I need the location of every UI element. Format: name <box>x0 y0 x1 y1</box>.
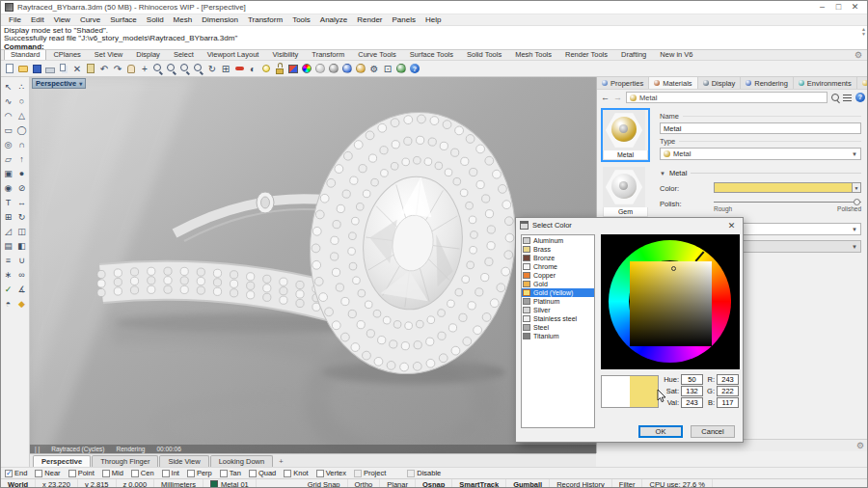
osnap-toggle[interactable]: Vertex <box>316 469 346 477</box>
Steel[interactable]: Steel <box>522 323 594 332</box>
viewport-title[interactable]: Perspective ▾ <box>32 78 86 89</box>
help-icon[interactable] <box>408 62 421 75</box>
slider-handle[interactable] <box>854 199 860 205</box>
Platinum[interactable]: Platinum <box>522 297 594 306</box>
group-icon[interactable]: ∪ <box>15 253 28 267</box>
lock-icon[interactable] <box>273 62 286 75</box>
osnap-toggle[interactable]: Disable <box>407 469 441 477</box>
menu-item[interactable]: Render <box>352 15 387 24</box>
pause-icon[interactable]: | | <box>35 446 40 452</box>
rendered-viewport-icon[interactable] <box>327 62 340 75</box>
tab-materials[interactable]: Materials <box>649 77 697 89</box>
render-preview-icon[interactable]: ◓ <box>2 296 14 311</box>
panel-options-gear-icon[interactable]: ⚙ <box>854 50 864 60</box>
menu-item[interactable]: Surface <box>105 15 142 24</box>
checkbox[interactable] <box>407 470 415 477</box>
viewport-tab[interactable]: Looking Down <box>210 455 274 467</box>
trim-icon[interactable]: ⊘ <box>15 180 28 195</box>
viewport-perspective[interactable]: Perspective ▾ | | Raytraced (Cycles) Ren… <box>30 77 596 453</box>
osnap-toggle[interactable]: Knot <box>284 469 308 477</box>
Gold[interactable]: Gold <box>522 280 594 288</box>
gear-icon[interactable]: ⚙ <box>367 62 381 75</box>
Titanium[interactable]: Titanium <box>522 332 594 340</box>
hide-objects-icon[interactable] <box>232 62 246 75</box>
material-color-swatch[interactable] <box>714 182 853 193</box>
delete-icon[interactable]: ✕ <box>70 62 84 75</box>
curve-icon[interactable]: ∿ <box>2 94 14 108</box>
command-history[interactable]: Display mode set to "Shaded". Successful… <box>1 26 867 50</box>
offset-icon[interactable]: ◎ <box>2 137 14 151</box>
osnap-toggle[interactable]: Mid <box>102 469 123 477</box>
minimize-icon[interactable]: – <box>814 1 830 14</box>
status-item[interactable]: Planar <box>380 479 416 488</box>
color-wheel[interactable] <box>601 234 740 369</box>
layers-icon[interactable]: ≡ <box>2 253 14 267</box>
cancel-button[interactable]: Cancel <box>691 425 735 438</box>
command-prompt[interactable]: Command: <box>4 43 857 51</box>
checkbox[interactable] <box>249 470 257 477</box>
Copper[interactable]: Copper <box>522 271 594 280</box>
tab-layers[interactable]: Layers <box>857 77 868 89</box>
status-item[interactable]: Osnap <box>416 479 452 488</box>
move-icon[interactable]: + <box>138 62 151 75</box>
menu-item[interactable]: Transform <box>243 15 287 24</box>
status-item[interactable]: Grid Snap <box>301 479 348 488</box>
osnap-toggle[interactable]: Quad <box>249 469 276 477</box>
gear-icon[interactable]: ⚙ <box>856 441 864 450</box>
command-scrollbar[interactable]: ▲ ▼ <box>861 27 866 37</box>
viewport-tab[interactable]: Perspective <box>33 455 91 467</box>
color-value-input[interactable] <box>681 374 703 385</box>
status-item[interactable]: Record History <box>550 479 612 488</box>
mirror-icon[interactable]: ◫ <box>15 224 28 238</box>
osnap-toggle[interactable]: Tan <box>220 469 241 477</box>
tab-display[interactable]: Display <box>698 77 742 89</box>
close-icon[interactable]: ✕ <box>847 1 863 14</box>
menu-item[interactable]: Panels <box>388 15 420 24</box>
fillet-icon[interactable]: ∩ <box>15 137 28 151</box>
checkbox[interactable] <box>284 470 291 477</box>
array-icon[interactable]: ⊞ <box>2 209 14 224</box>
checkbox[interactable] <box>68 470 76 477</box>
render-icon[interactable] <box>286 62 300 75</box>
color-value-input[interactable] <box>717 397 739 408</box>
rectangle-icon[interactable]: ▭ <box>2 122 14 137</box>
visibility-icon[interactable]: ◐ <box>246 62 259 75</box>
select-icon[interactable]: ↖ <box>2 79 14 94</box>
copy-icon[interactable] <box>57 62 70 75</box>
osnap-toggle[interactable]: Perp <box>187 469 212 477</box>
close-icon[interactable]: ✕ <box>724 221 739 230</box>
sphere-icon[interactable]: ● <box>15 166 28 180</box>
pan-icon[interactable] <box>124 62 138 75</box>
shaded-viewport-icon[interactable] <box>313 62 327 75</box>
status-item[interactable]: z 0.000 <box>117 479 155 488</box>
checkbox[interactable] <box>220 470 228 477</box>
color-dropdown-icon[interactable]: ▼ <box>853 182 861 193</box>
Bronze[interactable]: Bronze <box>522 254 594 262</box>
zoom-selected-icon[interactable] <box>192 62 205 75</box>
status-item[interactable]: CPU use: 27.6 % <box>642 479 713 488</box>
extrude-icon[interactable]: ↑ <box>15 151 28 166</box>
print-icon[interactable] <box>43 62 57 75</box>
lightbulb-icon[interactable] <box>259 62 273 75</box>
search-icon[interactable] <box>831 94 839 101</box>
new-file-icon[interactable] <box>3 62 16 75</box>
Silver[interactable]: Silver <box>522 306 594 314</box>
checkbox[interactable] <box>162 470 170 477</box>
save-icon[interactable] <box>30 62 43 75</box>
open-file-icon[interactable] <box>16 62 30 75</box>
metal-section-header[interactable]: ▼ Metal <box>660 169 861 177</box>
surface-icon[interactable]: ▱ <box>2 151 14 166</box>
join-icon[interactable]: ∞ <box>15 267 28 282</box>
tab-environments[interactable]: Environments <box>794 77 857 89</box>
color-value-input[interactable] <box>681 386 703 396</box>
ellipse-icon[interactable]: ◯ <box>15 122 28 137</box>
status-item[interactable]: Filter <box>612 479 643 488</box>
menu-item[interactable]: Edit <box>26 15 49 24</box>
status-item[interactable]: Gumball <box>506 479 550 488</box>
gold-material-icon[interactable]: ◆ <box>15 296 28 311</box>
checkbox[interactable] <box>316 470 324 477</box>
osnap-toggle[interactable]: Project <box>354 469 386 477</box>
checkbox[interactable] <box>5 470 13 477</box>
scroll-down-icon[interactable]: ▼ <box>861 32 866 37</box>
text-icon[interactable]: T <box>2 195 14 209</box>
